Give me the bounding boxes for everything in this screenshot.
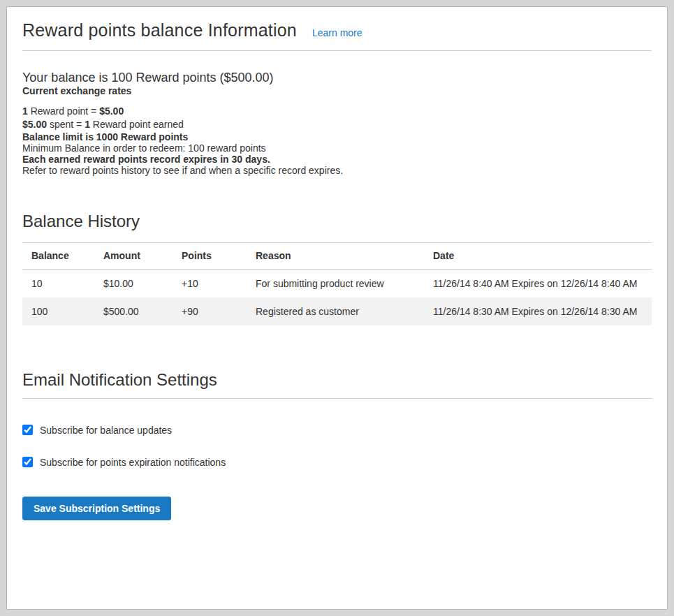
table-cell: For submitting product review xyxy=(249,269,426,298)
subscription-option[interactable]: Subscribe for points expiration notifica… xyxy=(22,457,226,468)
exchange-rates: 1 Reward point = $5.00 $5.00 spent = 1 R… xyxy=(22,105,652,131)
rate-point-to-money: 1 Reward point = $5.00 xyxy=(22,105,652,118)
table-cell: +10 xyxy=(175,269,249,298)
subscription-options: Subscribe for balance updatesSubscribe f… xyxy=(22,425,652,468)
rate-money-to-point: $5.00 spent = 1 Reward point earned xyxy=(22,118,652,131)
header-divider xyxy=(22,50,652,51)
column-header-reason: Reason xyxy=(249,242,426,269)
table-cell: 11/26/14 8:40 AM Expires on 12/26/14 8:4… xyxy=(426,269,652,298)
balance-history-section: Balance History BalanceAmountPointsReaso… xyxy=(22,212,652,325)
reward-points-card: Reward points balance Information Learn … xyxy=(6,6,668,610)
table-row: 10$10.00+10For submitting product review… xyxy=(22,269,652,298)
balance-limit-text: Balance limit is 1000 Reward points xyxy=(22,131,652,142)
save-subscription-button[interactable]: Save Subscription Settings xyxy=(22,497,171,520)
table-cell: $500.00 xyxy=(96,298,175,325)
table-row: 100$500.00+90Registered as customer11/26… xyxy=(22,298,652,325)
expiration-note-text: Refer to reward points history to see if… xyxy=(22,165,652,176)
balance-history-table: BalanceAmountPointsReasonDate 10$10.00+1… xyxy=(22,242,652,325)
subscription-checkbox[interactable] xyxy=(22,457,33,467)
column-header-points: Points xyxy=(175,242,249,269)
email-settings-section: Email Notification Settings Subscribe fo… xyxy=(22,370,652,520)
table-cell: 11/26/14 8:30 AM Expires on 12/26/14 8:3… xyxy=(426,298,652,325)
expiration-rule-text: Each earned reward points record expires… xyxy=(22,154,652,165)
table-header-row: BalanceAmountPointsReasonDate xyxy=(22,242,652,269)
exchange-rates-heading: Current exchange rates xyxy=(22,85,652,96)
column-header-amount: Amount xyxy=(96,242,175,269)
table-cell: Registered as customer xyxy=(249,298,426,325)
learn-more-link[interactable]: Learn more xyxy=(312,27,362,38)
subscription-checkbox[interactable] xyxy=(22,425,33,435)
subscription-option[interactable]: Subscribe for balance updates xyxy=(22,425,172,436)
column-header-balance: Balance xyxy=(22,242,96,269)
page-title: Reward points balance Information xyxy=(22,20,297,41)
table-cell: $10.00 xyxy=(96,269,175,298)
table-cell: 10 xyxy=(22,269,96,298)
balance-summary: Your balance is 100 Reward points ($500.… xyxy=(22,71,652,85)
subscription-option-label: Subscribe for points expiration notifica… xyxy=(40,457,226,468)
email-settings-title: Email Notification Settings xyxy=(22,370,652,390)
column-header-date: Date xyxy=(426,242,652,269)
minimum-balance-text: Minimum Balance in order to redeem: 100 … xyxy=(22,142,652,154)
table-cell: 100 xyxy=(22,298,96,325)
page-header: Reward points balance Information Learn … xyxy=(22,20,652,41)
table-cell: +90 xyxy=(175,298,249,325)
balance-history-title: Balance History xyxy=(22,212,652,231)
subscription-option-label: Subscribe for balance updates xyxy=(40,425,172,436)
email-settings-divider xyxy=(22,398,652,399)
